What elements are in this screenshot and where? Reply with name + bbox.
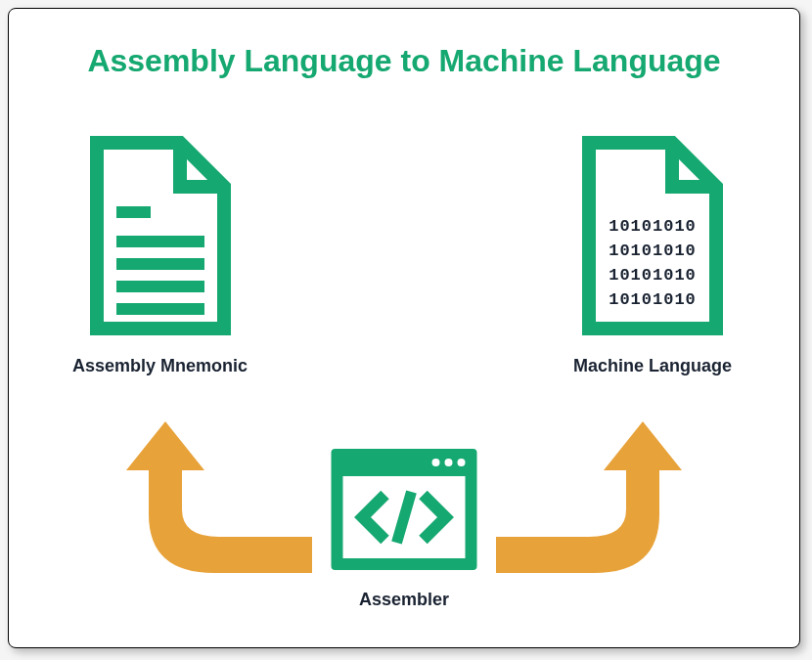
svg-rect-1 — [116, 236, 204, 247]
assembly-mnemonic-label: Assembly Mnemonic — [72, 356, 248, 376]
svg-rect-4 — [116, 303, 204, 315]
document-lines-icon — [77, 133, 244, 338]
arrow-left-icon — [121, 421, 317, 596]
machine-language-label: Machine Language — [573, 356, 732, 376]
svg-rect-0 — [116, 206, 151, 218]
diagram-card: Assembly Language to Machine Language As… — [8, 8, 800, 648]
svg-point-7 — [445, 459, 453, 466]
svg-point-8 — [458, 459, 466, 466]
svg-rect-2 — [116, 258, 204, 270]
binary-line-0: 10101010 — [609, 217, 697, 236]
svg-point-6 — [432, 459, 440, 466]
binary-line-3: 10101010 — [609, 290, 697, 309]
document-binary-icon: 10101010 10101010 10101010 10101010 — [569, 133, 736, 338]
diagram-area: Assembly Mnemonic 10101010 10101010 1010… — [38, 123, 770, 632]
arrow-right-icon — [491, 421, 687, 596]
assembly-mnemonic-node: Assembly Mnemonic — [72, 133, 248, 376]
binary-line-1: 10101010 — [609, 242, 697, 260]
assembler-node: Assembler — [324, 441, 485, 610]
machine-language-node: 10101010 10101010 10101010 10101010 Mach… — [569, 133, 736, 376]
binary-line-2: 10101010 — [609, 266, 697, 285]
svg-rect-3 — [116, 281, 204, 292]
code-window-icon — [324, 441, 485, 578]
assembler-label: Assembler — [359, 590, 449, 610]
diagram-title: Assembly Language to Machine Language — [38, 43, 770, 79]
